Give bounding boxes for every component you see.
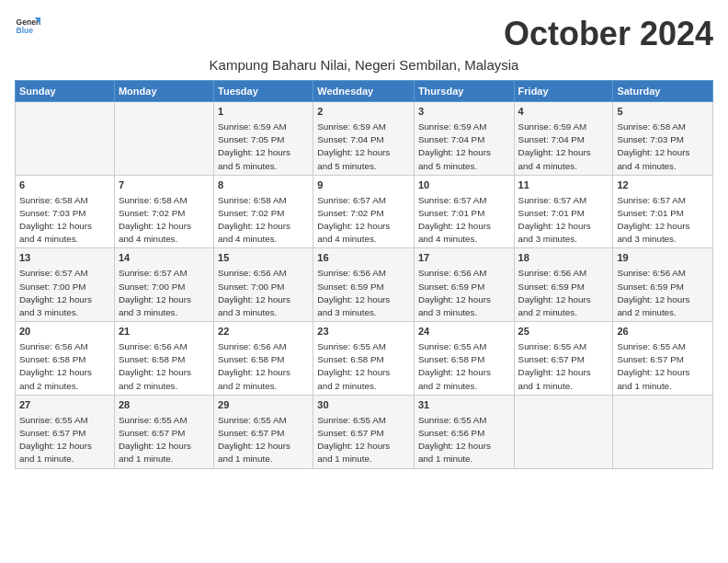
calendar-cell: 11Sunrise: 6:57 AM Sunset: 7:01 PM Dayli… xyxy=(514,175,613,248)
svg-text:Blue: Blue xyxy=(17,26,34,35)
day-number: 2 xyxy=(317,105,410,119)
calendar-cell: 16Sunrise: 6:56 AM Sunset: 6:59 PM Dayli… xyxy=(313,248,415,322)
day-number: 23 xyxy=(317,325,410,339)
calendar-week-1: 1Sunrise: 6:59 AM Sunset: 7:05 PM Daylig… xyxy=(16,102,713,176)
day-info: Sunrise: 6:55 AM Sunset: 6:58 PM Dayligh… xyxy=(317,341,390,391)
day-number: 14 xyxy=(119,251,210,265)
page-header: General Blue October 2024 xyxy=(15,15,713,53)
header-tuesday: Tuesday xyxy=(214,81,313,102)
day-info: Sunrise: 6:58 AM Sunset: 7:03 PM Dayligh… xyxy=(617,121,689,171)
calendar-cell: 20Sunrise: 6:56 AM Sunset: 6:58 PM Dayli… xyxy=(16,322,115,396)
day-info: Sunrise: 6:59 AM Sunset: 7:04 PM Dayligh… xyxy=(518,121,591,171)
calendar-cell: 28Sunrise: 6:55 AM Sunset: 6:57 PM Dayli… xyxy=(114,395,213,468)
calendar-table: SundayMondayTuesdayWednesdayThursdayFrid… xyxy=(15,80,713,469)
day-number: 17 xyxy=(418,251,510,265)
day-number: 26 xyxy=(617,325,709,339)
calendar-cell: 26Sunrise: 6:55 AM Sunset: 6:57 PM Dayli… xyxy=(613,322,713,396)
day-info: Sunrise: 6:57 AM Sunset: 7:01 PM Dayligh… xyxy=(617,195,689,245)
header-friday: Friday xyxy=(514,81,613,102)
header-thursday: Thursday xyxy=(414,81,514,102)
day-number: 13 xyxy=(19,251,110,265)
calendar-cell: 24Sunrise: 6:55 AM Sunset: 6:58 PM Dayli… xyxy=(414,322,514,396)
day-info: Sunrise: 6:58 AM Sunset: 7:02 PM Dayligh… xyxy=(218,195,290,245)
day-number: 15 xyxy=(218,251,309,265)
calendar-cell: 23Sunrise: 6:55 AM Sunset: 6:58 PM Dayli… xyxy=(313,322,415,396)
calendar-week-3: 13Sunrise: 6:57 AM Sunset: 7:00 PM Dayli… xyxy=(16,248,713,322)
day-info: Sunrise: 6:56 AM Sunset: 6:58 PM Dayligh… xyxy=(119,341,191,391)
day-info: Sunrise: 6:56 AM Sunset: 6:59 PM Dayligh… xyxy=(617,268,689,317)
calendar-header-row: SundayMondayTuesdayWednesdayThursdayFrid… xyxy=(16,81,713,102)
header-saturday: Saturday xyxy=(613,81,713,102)
day-number: 21 xyxy=(119,325,210,339)
day-info: Sunrise: 6:57 AM Sunset: 7:00 PM Dayligh… xyxy=(19,268,92,317)
header-wednesday: Wednesday xyxy=(313,81,415,102)
day-info: Sunrise: 6:56 AM Sunset: 6:59 PM Dayligh… xyxy=(418,268,491,317)
day-info: Sunrise: 6:58 AM Sunset: 7:03 PM Dayligh… xyxy=(19,195,92,245)
day-number: 28 xyxy=(119,398,210,412)
calendar-cell: 7Sunrise: 6:58 AM Sunset: 7:02 PM Daylig… xyxy=(114,175,213,248)
calendar-cell: 2Sunrise: 6:59 AM Sunset: 7:04 PM Daylig… xyxy=(313,102,415,176)
day-info: Sunrise: 6:57 AM Sunset: 7:01 PM Dayligh… xyxy=(418,195,491,245)
header-monday: Monday xyxy=(114,81,213,102)
day-info: Sunrise: 6:59 AM Sunset: 7:05 PM Dayligh… xyxy=(218,121,290,171)
day-info: Sunrise: 6:55 AM Sunset: 6:57 PM Dayligh… xyxy=(317,415,390,465)
day-number: 30 xyxy=(317,398,410,412)
location-title: Kampung Baharu Nilai, Negeri Sembilan, M… xyxy=(15,57,713,73)
day-number: 12 xyxy=(617,178,709,192)
day-number: 6 xyxy=(19,178,110,192)
calendar-cell: 29Sunrise: 6:55 AM Sunset: 6:57 PM Dayli… xyxy=(214,395,313,468)
day-number: 16 xyxy=(317,251,410,265)
day-number: 31 xyxy=(418,398,510,412)
day-info: Sunrise: 6:55 AM Sunset: 6:57 PM Dayligh… xyxy=(19,415,92,465)
day-info: Sunrise: 6:56 AM Sunset: 6:58 PM Dayligh… xyxy=(218,341,290,391)
calendar-cell: 4Sunrise: 6:59 AM Sunset: 7:04 PM Daylig… xyxy=(514,102,613,176)
day-number: 29 xyxy=(218,398,309,412)
day-info: Sunrise: 6:55 AM Sunset: 6:57 PM Dayligh… xyxy=(218,415,290,465)
day-number: 7 xyxy=(119,178,210,192)
day-info: Sunrise: 6:55 AM Sunset: 6:57 PM Dayligh… xyxy=(518,341,591,391)
calendar-cell: 30Sunrise: 6:55 AM Sunset: 6:57 PM Dayli… xyxy=(313,395,415,468)
calendar-cell: 6Sunrise: 6:58 AM Sunset: 7:03 PM Daylig… xyxy=(16,175,115,248)
day-info: Sunrise: 6:55 AM Sunset: 6:57 PM Dayligh… xyxy=(617,341,689,391)
day-info: Sunrise: 6:55 AM Sunset: 6:57 PM Dayligh… xyxy=(119,415,191,465)
day-number: 25 xyxy=(518,325,609,339)
day-number: 3 xyxy=(418,105,510,119)
day-info: Sunrise: 6:58 AM Sunset: 7:02 PM Dayligh… xyxy=(119,195,191,245)
day-info: Sunrise: 6:59 AM Sunset: 7:04 PM Dayligh… xyxy=(317,121,390,171)
calendar-cell: 27Sunrise: 6:55 AM Sunset: 6:57 PM Dayli… xyxy=(16,395,115,468)
month-title: October 2024 xyxy=(504,15,713,53)
day-number: 19 xyxy=(617,251,709,265)
logo: General Blue xyxy=(15,15,40,40)
day-info: Sunrise: 6:59 AM Sunset: 7:04 PM Dayligh… xyxy=(418,121,491,171)
calendar-cell xyxy=(114,102,213,176)
calendar-cell: 17Sunrise: 6:56 AM Sunset: 6:59 PM Dayli… xyxy=(414,248,514,322)
day-number: 1 xyxy=(218,105,309,119)
day-number: 9 xyxy=(317,178,410,192)
calendar-body: 1Sunrise: 6:59 AM Sunset: 7:05 PM Daylig… xyxy=(16,102,713,469)
calendar-cell: 5Sunrise: 6:58 AM Sunset: 7:03 PM Daylig… xyxy=(613,102,713,176)
calendar-cell: 15Sunrise: 6:56 AM Sunset: 7:00 PM Dayli… xyxy=(214,248,313,322)
day-number: 5 xyxy=(617,105,709,119)
calendar-cell xyxy=(16,102,115,176)
logo-icon: General Blue xyxy=(15,15,40,40)
day-info: Sunrise: 6:57 AM Sunset: 7:00 PM Dayligh… xyxy=(119,268,191,317)
day-info: Sunrise: 6:56 AM Sunset: 6:58 PM Dayligh… xyxy=(19,341,92,391)
calendar-cell: 18Sunrise: 6:56 AM Sunset: 6:59 PM Dayli… xyxy=(514,248,613,322)
day-info: Sunrise: 6:56 AM Sunset: 6:59 PM Dayligh… xyxy=(518,268,591,317)
calendar-cell: 19Sunrise: 6:56 AM Sunset: 6:59 PM Dayli… xyxy=(613,248,713,322)
calendar-cell: 14Sunrise: 6:57 AM Sunset: 7:00 PM Dayli… xyxy=(114,248,213,322)
calendar-week-5: 27Sunrise: 6:55 AM Sunset: 6:57 PM Dayli… xyxy=(16,395,713,468)
day-number: 18 xyxy=(518,251,609,265)
calendar-cell: 12Sunrise: 6:57 AM Sunset: 7:01 PM Dayli… xyxy=(613,175,713,248)
day-number: 10 xyxy=(418,178,510,192)
calendar-cell xyxy=(613,395,713,468)
header-sunday: Sunday xyxy=(16,81,115,102)
day-info: Sunrise: 6:57 AM Sunset: 7:01 PM Dayligh… xyxy=(518,195,591,245)
calendar-cell: 8Sunrise: 6:58 AM Sunset: 7:02 PM Daylig… xyxy=(214,175,313,248)
calendar-cell: 31Sunrise: 6:55 AM Sunset: 6:56 PM Dayli… xyxy=(414,395,514,468)
calendar-cell: 1Sunrise: 6:59 AM Sunset: 7:05 PM Daylig… xyxy=(214,102,313,176)
day-number: 24 xyxy=(418,325,510,339)
day-number: 22 xyxy=(218,325,309,339)
calendar-cell: 22Sunrise: 6:56 AM Sunset: 6:58 PM Dayli… xyxy=(214,322,313,396)
day-number: 20 xyxy=(19,325,110,339)
